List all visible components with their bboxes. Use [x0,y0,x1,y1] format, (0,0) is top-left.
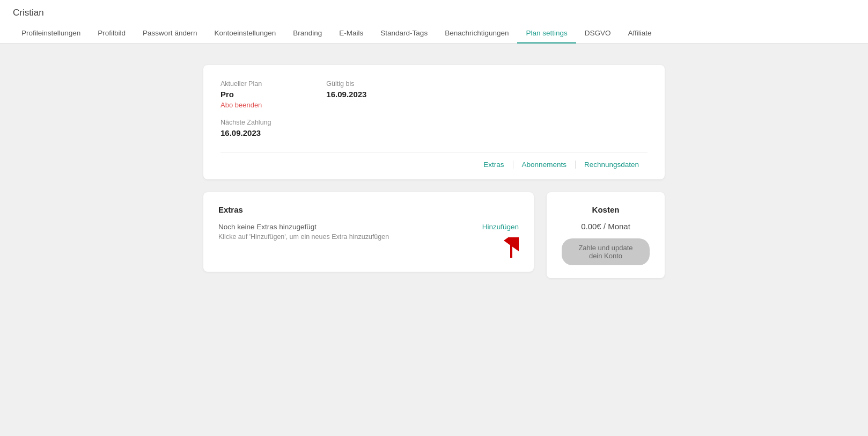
tab-emails[interactable]: E-Mails [330,24,372,43]
current-plan-section: Aktueller Plan Pro Abo beenden [220,80,262,109]
next-payment-date: 16.09.2023 [220,128,648,137]
kosten-card: Kosten 0.00€ / Monat Zahle und update de… [547,192,665,278]
nav-tabs: Profileinstellungen Profilbild Passwort … [13,24,855,43]
extras-hint: Klicke auf 'Hinzufügen', um ein neues Ex… [218,233,476,241]
kosten-title: Kosten [592,205,620,214]
valid-until-date: 16.09.2023 [326,90,366,99]
valid-until-label: Gültig bis [326,80,366,88]
top-header: Cristian Profileinstellungen Profilbild … [0,0,868,43]
kosten-amount: 0.00€ / Monat [581,222,630,231]
plan-card-top: Aktueller Plan Pro Abo beenden Gültig bi… [220,80,648,109]
tab-dsgvo[interactable]: DSGVO [576,24,620,43]
tab-passwort[interactable]: Passwort ändern [134,24,205,43]
rechnungsdaten-link[interactable]: Rechnungsdaten [576,161,648,169]
tab-plan-settings[interactable]: Plan settings [517,24,576,43]
tab-affiliate[interactable]: Affiliate [620,24,660,43]
tab-benachrichtigungen[interactable]: Benachrichtigungen [436,24,517,43]
tab-kontoeinstellungen[interactable]: Kontoeinstellungen [205,24,284,43]
page-content: Aktueller Plan Pro Abo beenden Gültig bi… [0,43,868,300]
extras-text-col: Noch keine Extras hinzugefügt Klicke auf… [218,223,476,241]
extras-empty-text: Noch keine Extras hinzugefügt [218,223,476,231]
extras-title: Extras [218,205,519,214]
extras-link[interactable]: Extras [475,161,513,169]
tab-profileinstellungen[interactable]: Profileinstellungen [13,24,89,43]
abonnements-link[interactable]: Abonnements [513,161,576,169]
plan-card: Aktueller Plan Pro Abo beenden Gültig bi… [203,65,665,179]
bottom-row: Extras Noch keine Extras hinzugefügt Kli… [203,192,665,278]
extras-inner-row: Noch keine Extras hinzugefügt Klicke auf… [218,223,519,259]
extras-action-col: Hinzufügen [482,223,519,259]
next-payment-section: Nächste Zahlung 16.09.2023 [220,119,648,137]
cancel-link[interactable]: Abo beenden [220,101,262,109]
arrow-up-indicator [504,237,519,259]
tab-profilbild[interactable]: Profilbild [89,24,134,43]
hinzufuegen-link[interactable]: Hinzufügen [482,223,519,231]
tab-standard-tags[interactable]: Standard-Tags [372,24,436,43]
tab-branding[interactable]: Branding [284,24,330,43]
arrow-up-icon [504,237,519,259]
plan-name: Pro [220,90,262,99]
valid-until-section: Gültig bis 16.09.2023 [326,80,366,109]
user-name: Cristian [13,8,855,18]
current-plan-label: Aktueller Plan [220,80,262,88]
extras-card: Extras Noch keine Extras hinzugefügt Kli… [203,192,534,272]
plan-card-footer: Extras Abonnements Rechnungsdaten [220,152,648,169]
next-payment-label: Nächste Zahlung [220,119,648,126]
pay-update-button[interactable]: Zahle und update dein Konto [562,238,650,265]
